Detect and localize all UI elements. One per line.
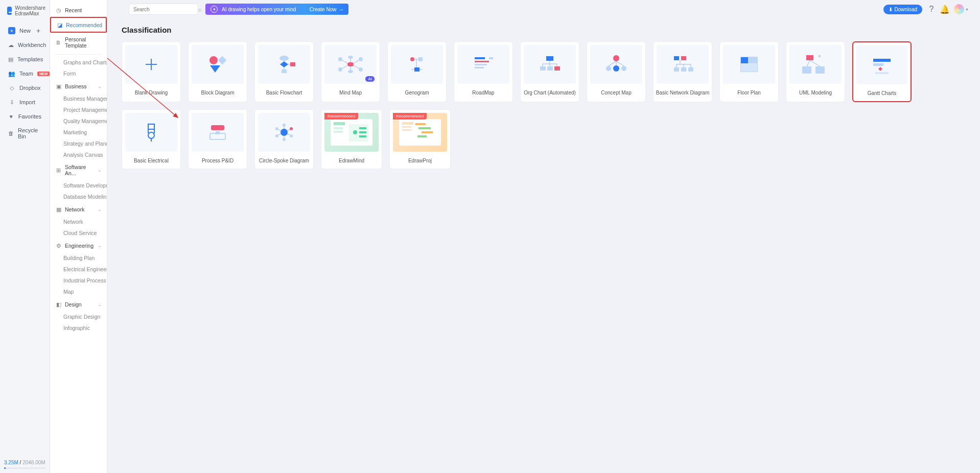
svg-rect-103 (359, 127, 366, 129)
ai-icon: ✦ (211, 6, 218, 13)
cat-sub[interactable]: Marketing (50, 127, 107, 138)
thumb-mindmap: AI (324, 45, 377, 84)
cat-sub[interactable]: Business Management (50, 93, 107, 104)
cat-sub[interactable]: Quality Management (50, 115, 107, 127)
download-label: Download (895, 7, 917, 12)
card-roadmap[interactable]: RoadMap (454, 41, 513, 102)
card-network-diagram[interactable]: Basic Network Diagram (653, 41, 712, 102)
cat-form[interactable]: Form (50, 68, 107, 79)
card-label: UML Modeling (786, 87, 845, 101)
cat-sub[interactable]: Network (50, 216, 107, 227)
svg-marker-7 (280, 61, 288, 67)
svg-line-96 (278, 130, 281, 131)
ai-banner-text: AI drawing helps open your mind (222, 7, 296, 12)
cat-sub[interactable]: Building Plan (50, 252, 107, 264)
card-concept-map[interactable]: Concept Map (587, 41, 646, 102)
recommended-tag: Recommended (324, 113, 358, 120)
cat-engineering[interactable]: ⚙ Engineering ⌄ (50, 239, 107, 252)
cat-network-label: Network (65, 206, 85, 212)
svg-rect-100 (334, 131, 343, 133)
cat-design[interactable]: ◧ Design ⌄ (50, 297, 107, 311)
download-button[interactable]: ⬇ Download (883, 5, 922, 14)
nav-dropbox[interactable]: ◇ Dropbox (4, 81, 45, 95)
nav-workbench[interactable]: ☁ Workbench (4, 38, 45, 52)
cat-sub[interactable]: Graphic Design (50, 311, 107, 322)
card-block-diagram[interactable]: Block Diagram (188, 41, 247, 102)
cat-sub[interactable]: Infographic (50, 322, 107, 334)
svg-rect-65 (741, 57, 748, 63)
cat-sub[interactable]: Strategy and Planning (50, 138, 107, 149)
nav-new[interactable]: + New + (4, 23, 45, 38)
import-icon: ⇩ (8, 99, 15, 106)
avatar-menu[interactable]: ▼ (954, 4, 969, 14)
nav-templates[interactable]: ▤ Templates (4, 52, 45, 66)
svg-rect-111 (418, 127, 431, 129)
cat-sub[interactable]: Database Modeling (50, 191, 107, 202)
card-blank-drawing[interactable]: Blank Drawing (122, 41, 181, 102)
thumb-genogram (391, 45, 443, 84)
ai-banner[interactable]: ✦ AI drawing helps open your mind Create… (205, 4, 348, 15)
svg-rect-9 (282, 69, 287, 73)
card-circle-spoke[interactable]: Circle-Spoke Diagram (254, 109, 314, 169)
card-uml[interactable]: UML Modeling (786, 41, 845, 102)
search-icon[interactable]: ⌕ (198, 6, 202, 12)
template-grid: Blank Drawing Block Diagram Basic Flowch… (122, 41, 966, 169)
cat-sub[interactable]: Industrial Process (50, 275, 107, 286)
nav-recycle[interactable]: 🗑 Recycle Bin (4, 124, 45, 143)
svg-marker-5 (210, 65, 220, 73)
svg-point-90 (275, 127, 278, 130)
templates-icon: ▤ (8, 56, 13, 63)
cat-network[interactable]: ▦ Network ⌄ (50, 202, 107, 216)
ai-create-now[interactable]: Create Now → (310, 7, 344, 12)
card-label: Floor Plan (720, 87, 778, 101)
svg-point-102 (353, 130, 357, 134)
card-label: Basic Flowchart (255, 87, 313, 101)
thumb-roadmap (457, 45, 509, 84)
nav-import[interactable]: ⇩ Import (4, 95, 45, 109)
svg-rect-71 (815, 66, 825, 74)
storage-bar (4, 467, 45, 469)
cat-recommended[interactable]: ◪ Recommended (50, 17, 107, 33)
card-basic-flowchart[interactable]: Basic Flowchart (254, 41, 314, 102)
cat-sub[interactable]: Project Management (50, 104, 107, 115)
cat-sub[interactable]: Cloud Service (50, 227, 107, 239)
svg-rect-110 (415, 123, 426, 125)
nav-recycle-label: Recycle Bin (18, 127, 41, 139)
search-input[interactable] (133, 7, 198, 12)
nav-favorites[interactable]: ♥ Favorites (4, 109, 45, 124)
cat-personal[interactable]: 🗎 Personal Template (50, 33, 107, 52)
card-label: Basic Electrical (122, 155, 180, 169)
svg-rect-107 (402, 122, 413, 125)
card-genogram[interactable]: Genogram (387, 41, 447, 102)
svg-rect-70 (802, 66, 811, 74)
cat-software[interactable]: ⊞ Software An... ⌄ (50, 160, 107, 180)
new-add-icon[interactable]: + (35, 28, 41, 34)
cat-sub[interactable]: Analysis Canvas (50, 149, 107, 160)
nav-team[interactable]: 👥 Team NEW (4, 66, 45, 81)
svg-rect-39 (540, 66, 546, 70)
heart-icon: ♥ (8, 113, 14, 120)
card-org-chart[interactable]: Org Chart (Automated) (520, 41, 579, 102)
card-edrawproj[interactable]: Recommended EdrawProj (389, 109, 451, 169)
card-process-pid[interactable]: Process P&ID (188, 109, 247, 169)
help-icon[interactable]: ? (927, 5, 936, 13)
search-box[interactable]: ⌕ (129, 4, 198, 15)
card-floor-plan[interactable]: Floor Plan (719, 41, 779, 102)
cat-business[interactable]: ▣ Business ⌄ (50, 79, 107, 93)
cat-sub[interactable]: Map (50, 286, 107, 297)
svg-line-51 (609, 61, 616, 66)
card-mind-map[interactable]: AI Mind Map (321, 41, 380, 102)
cat-recent[interactable]: ◷ Recent (50, 3, 107, 17)
cat-sub[interactable]: Electrical Engineering (50, 264, 107, 275)
cat-sub[interactable]: Software Development (50, 180, 107, 191)
cat-graphs[interactable]: Graphs and Charts (50, 57, 107, 68)
card-edrawmind[interactable]: Recommended EdrawMind (321, 109, 382, 169)
card-gantt-charts[interactable]: Gantt Charts (852, 41, 912, 102)
svg-line-93 (287, 134, 290, 135)
card-label: Block Diagram (189, 87, 247, 101)
svg-line-53 (616, 61, 624, 66)
bell-icon[interactable]: 🔔 (941, 5, 949, 13)
svg-point-50 (621, 66, 626, 71)
chevron-down-icon: ⌄ (98, 302, 102, 307)
card-basic-electrical[interactable]: Basic Electrical (122, 109, 181, 169)
